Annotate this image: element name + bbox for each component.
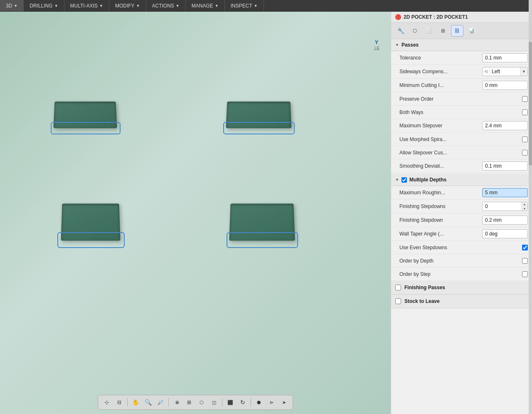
max-roughing-input[interactable] — [482, 188, 528, 197]
wrench-icon-btn[interactable]: 🔧 — [394, 25, 407, 37]
nav-manage[interactable]: MANAGE ▼ — [186, 0, 225, 11]
finishing-stepdown-row: Finishing Stepdown — [391, 213, 532, 227]
print-icon[interactable]: ⊟ — [114, 397, 125, 408]
use-even-label: Use Even Stepdowns — [399, 245, 482, 250]
panel-icon-bar: 🔧 ⬡ ⬜ ⊞ ⛓ 📊 — [391, 23, 532, 39]
multiple-depths-enabled-checkbox[interactable] — [401, 177, 407, 183]
max-stepover-input[interactable] — [482, 121, 528, 130]
max-roughing-value — [482, 188, 528, 197]
grid-icon[interactable]: ⊞ — [184, 397, 195, 408]
nav-actions-caret: ▼ — [176, 4, 180, 8]
order-by-depth-checkbox[interactable] — [522, 258, 528, 264]
smoothing-input[interactable] — [482, 161, 528, 171]
order-by-step-checkbox[interactable] — [522, 271, 528, 277]
stepper-controls: ▲ ▼ — [521, 202, 527, 211]
viewport[interactable]: Y LE ⊹ ⊟ ✋ 🔍 🔎 🖥 ⊞ ⬡ ◫ ⬛ ↻ ⬟ ⊳ ➤ — [0, 12, 391, 414]
zoom-icon[interactable]: 🔍 — [143, 397, 153, 408]
nav-drilling[interactable]: DRILLING ▼ — [24, 0, 64, 11]
multiple-depths-collapse-icon: ▼ — [395, 178, 399, 182]
refresh-icon[interactable]: ↻ — [237, 397, 248, 408]
min-cutting-input[interactable] — [482, 81, 528, 90]
morphed-spiral-label: Use Morphed Spira... — [399, 136, 482, 142]
nav-3d[interactable]: 3D ▼ — [0, 0, 24, 11]
use-even-checkbox[interactable] — [522, 245, 528, 250]
section-icon[interactable]: ⬛ — [225, 397, 236, 408]
nav-3d-caret: ▼ — [14, 4, 17, 8]
grid-icon-btn[interactable]: ⊞ — [437, 25, 449, 37]
stepper-decrement-button[interactable]: ▼ — [522, 206, 527, 211]
visibility-icon[interactable]: ◫ — [209, 397, 219, 408]
multiple-depths-header[interactable]: ▼ Multiple Depths — [391, 174, 532, 186]
sideways-select[interactable]: ⟲ Left ▼ — [482, 67, 528, 76]
allow-stepover-label: Allow Stepover Cus... — [399, 150, 482, 156]
max-stepover-label: Maximum Stepover — [399, 123, 482, 129]
finishing-stepdowns-stepper[interactable]: 0 ▲ ▼ — [482, 202, 528, 211]
finishing-stepdown-input[interactable] — [482, 216, 528, 225]
order-by-depth-value — [482, 258, 528, 264]
arrow-right-icon[interactable]: ➤ — [278, 397, 289, 408]
order-by-step-value — [482, 271, 528, 277]
morphed-spiral-value — [482, 136, 528, 142]
panel-close-button[interactable]: ✕ — [395, 14, 401, 20]
passes-section-header[interactable]: ▼ Passes — [391, 39, 532, 51]
both-ways-checkbox[interactable] — [522, 109, 528, 115]
nav-drilling-caret: ▼ — [54, 4, 58, 8]
main-area: Y LE ⊹ ⊟ ✋ 🔍 🔎 🖥 ⊞ ⬡ ◫ ⬛ ↻ ⬟ ⊳ ➤ — [0, 12, 532, 414]
finishing-stepdowns-row: Finishing Stepdowns 0 ▲ ▼ — [391, 200, 532, 213]
link-icon-btn[interactable]: ⛓ — [451, 25, 463, 37]
chart-icon-btn[interactable]: 📊 — [465, 25, 478, 37]
allow-stepover-checkbox[interactable] — [522, 150, 528, 156]
cursor-icon[interactable]: ⊹ — [101, 397, 112, 408]
stock-to-leave-checkbox[interactable] — [395, 298, 401, 304]
morphed-spiral-checkbox[interactable] — [522, 136, 528, 142]
axis-indicator: Y LE — [367, 28, 387, 62]
layers-icon[interactable]: ⬡ — [196, 397, 207, 408]
max-stepover-row: Maximum Stepover — [391, 119, 532, 133]
allow-stepover-row: Allow Stepover Cus... — [391, 146, 532, 159]
panel-scrollbar[interactable] — [529, 12, 532, 414]
wall-taper-input[interactable] — [482, 229, 528, 238]
nav-multi-axis[interactable]: MULTI-AXIS ▼ — [64, 0, 109, 11]
nav-inspect[interactable]: INSPECT ▼ — [225, 0, 264, 11]
sideways-label: Sideways Compens... — [399, 69, 482, 74]
nav-actions[interactable]: ACTIONS ▼ — [146, 0, 186, 11]
sideways-dropdown-arrow[interactable]: ▼ — [520, 67, 527, 76]
finishing-passes-checkbox[interactable] — [395, 285, 401, 290]
bottom-toolbar: ⊹ ⊟ ✋ 🔍 🔎 🖥 ⊞ ⬡ ◫ ⬛ ↻ ⬟ ⊳ ➤ — [98, 395, 293, 410]
max-roughing-label: Maximum Roughin... — [399, 190, 482, 196]
hand-icon[interactable]: ✋ — [130, 397, 141, 408]
box-icon-btn[interactable]: ⬜ — [423, 25, 435, 37]
sideways-select-text: Left — [490, 68, 520, 75]
finishing-stepdown-value — [482, 216, 528, 225]
sideways-value: ⟲ Left ▼ — [482, 67, 528, 76]
color-icon[interactable]: ⬟ — [254, 397, 264, 408]
panel-title: 2D POCKET : 2D POCKET1 — [404, 14, 528, 20]
nav-inspect-caret: ▼ — [254, 4, 258, 8]
both-ways-label: Both Ways — [399, 109, 482, 115]
stock-to-leave-section[interactable]: Stock to Leave — [391, 295, 532, 308]
multiple-depths-label: Multiple Depths — [409, 177, 446, 183]
panel-title-bar: ✕ 2D POCKET : 2D POCKET1 — [391, 12, 532, 23]
max-roughing-row: Maximum Roughin... — [391, 186, 532, 200]
right-panel: ✕ 2D POCKET : 2D POCKET1 🔧 ⬡ ⬜ ⊞ ⛓ 📊 ▼ P… — [391, 12, 532, 414]
wall-taper-row: Wall Taper Angle (... — [391, 227, 532, 241]
zoom-fit-icon[interactable]: 🔎 — [155, 397, 166, 408]
display-mode-icon[interactable]: 🖥 — [171, 397, 182, 408]
order-by-step-row: Order by Step — [391, 268, 532, 281]
nav-back-icon[interactable]: ⊳ — [266, 397, 277, 408]
stepper-increment-button[interactable]: ▲ — [522, 202, 527, 206]
tolerance-input[interactable] — [482, 53, 528, 62]
panel-scrollbar-thumb[interactable] — [529, 42, 532, 166]
nav-manage-caret: ▼ — [215, 4, 219, 8]
sideways-icon: ⟲ — [483, 68, 490, 75]
min-cutting-value — [482, 81, 528, 90]
finishing-passes-section[interactable]: Finishing Passes — [391, 281, 532, 295]
panel-scroll-area[interactable]: ▼ Passes Tolerance Sideways Compens... ⟲… — [391, 39, 532, 414]
order-by-depth-label: Order by Depth — [399, 258, 482, 264]
nav-modify[interactable]: MODIFY ▼ — [109, 0, 146, 11]
layers-icon-btn[interactable]: ⬡ — [409, 25, 421, 37]
preserve-order-label: Preserve Order — [399, 96, 482, 102]
bottom-spacer — [391, 308, 532, 325]
preserve-order-checkbox[interactable] — [522, 96, 528, 102]
use-even-value — [482, 245, 528, 250]
